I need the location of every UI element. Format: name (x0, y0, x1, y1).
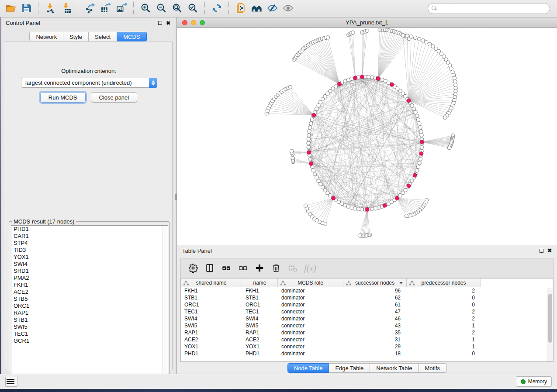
leaf-node[interactable] (431, 45, 435, 48)
zoom-in-button[interactable] (138, 2, 153, 16)
ring-node[interactable] (356, 207, 360, 211)
column-header-predecessor-nodes[interactable]: predecessor nodes (407, 279, 481, 287)
ring-node[interactable] (415, 168, 419, 172)
table-row[interactable]: YOX1YOX1connector291 (181, 343, 553, 350)
ring-node[interactable] (346, 78, 350, 82)
mcds-node[interactable] (395, 196, 399, 200)
export-table-button[interactable] (98, 2, 114, 16)
ring-node[interactable] (415, 114, 419, 118)
ring-node[interactable] (412, 107, 415, 110)
ring-node[interactable] (307, 138, 310, 141)
tab-mcds[interactable]: MCDS (117, 32, 146, 41)
ring-node[interactable] (307, 145, 310, 149)
toggle-columns-button[interactable] (203, 261, 217, 275)
column-header-MCDS-role[interactable]: MCDS role (278, 279, 343, 287)
ring-node[interactable] (308, 126, 312, 129)
table-row[interactable]: SWI5SWI5connector431 (181, 322, 553, 329)
export-network-button[interactable] (82, 2, 98, 16)
leaf-node[interactable] (365, 29, 369, 33)
criterion-dropdown[interactable]: largest connected component (undirected) (21, 78, 157, 88)
task-history-button[interactable] (5, 377, 17, 387)
ring-node[interactable] (370, 76, 374, 79)
tab-motifs[interactable]: Motifs (419, 363, 446, 373)
mcds-list-item[interactable]: SWI5 (11, 323, 168, 330)
select-all-checks-button[interactable] (219, 261, 233, 275)
leaf-node[interactable] (291, 156, 294, 160)
mcds-node[interactable] (390, 83, 394, 86)
table-vertical-scrollbar[interactable] (547, 288, 553, 362)
table-row[interactable]: STB1STB1dominator620 (181, 294, 553, 301)
ring-node[interactable] (350, 77, 353, 80)
mcds-result-list[interactable]: PHD1CAR1STP4TID3YOX1SWI4SRD1PMA2FKH1ACE2… (11, 225, 168, 382)
close-panel-button[interactable]: Close panel (91, 92, 138, 103)
save-session-button[interactable] (18, 2, 34, 16)
close-panel-icon[interactable]: ✖ (166, 21, 170, 26)
table-row[interactable]: FKH1FKH1dominator962 (181, 287, 553, 294)
mcds-list-item[interactable]: SWI4 (11, 261, 168, 268)
tab-network[interactable]: Network (29, 32, 63, 41)
leaf-node[interactable] (417, 37, 421, 41)
ring-node[interactable] (419, 126, 422, 129)
ring-node[interactable] (367, 75, 370, 79)
ring-node[interactable] (315, 107, 318, 110)
mcds-list-item[interactable]: TEC1 (11, 330, 168, 337)
divider-grip[interactable] (175, 194, 176, 200)
zoom-out-button[interactable] (153, 2, 169, 16)
minimize-window-traffic-light[interactable] (191, 20, 196, 25)
column-header-successor-nodes[interactable]: successor nodes (343, 279, 407, 287)
leaf-node[interactable] (413, 36, 417, 39)
column-header-shared-name[interactable]: shared name (181, 279, 242, 287)
show-details-eye-button[interactable] (280, 2, 296, 16)
search-box[interactable] (428, 3, 550, 14)
ring-node[interactable] (319, 182, 322, 186)
network-graph[interactable] (177, 28, 557, 244)
table-row[interactable]: RAP1RAP1dominator352 (181, 329, 553, 336)
mcds-list-item[interactable]: PHD1 (11, 226, 168, 233)
ring-node[interactable] (310, 118, 314, 121)
mcds-node[interactable] (413, 173, 417, 177)
ring-node[interactable] (317, 104, 320, 107)
leaf-node[interactable] (453, 76, 456, 80)
column-header-name[interactable]: name (242, 279, 278, 287)
mcds-node[interactable] (407, 184, 411, 188)
dropdown-stepper-icon[interactable] (149, 78, 157, 88)
mcds-node[interactable] (420, 140, 424, 144)
mcds-node[interactable] (376, 76, 380, 80)
leaf-node[interactable] (428, 42, 432, 46)
ring-node[interactable] (419, 157, 422, 161)
ring-node[interactable] (350, 206, 353, 209)
close-window-traffic-light[interactable] (182, 20, 187, 25)
refresh-layout-button[interactable] (209, 2, 225, 16)
ring-node[interactable] (414, 110, 417, 114)
table-row[interactable]: SWI4SWI4dominator462 (181, 315, 553, 322)
ring-node[interactable] (311, 168, 315, 172)
mcds-node[interactable] (419, 151, 423, 155)
scrollbar-thumb[interactable] (548, 294, 552, 343)
leaf-node[interactable] (443, 116, 447, 119)
zoom-selected-button[interactable] (185, 2, 201, 16)
table-row[interactable]: ACE2ACE2connector311 (181, 336, 553, 343)
mcds-node[interactable] (383, 203, 387, 207)
leaf-node[interactable] (425, 41, 428, 44)
import-table-button[interactable] (58, 2, 74, 16)
mcds-node[interactable] (407, 99, 411, 103)
ring-node[interactable] (317, 179, 320, 182)
tab-edge-table[interactable]: Edge Table (329, 363, 370, 373)
ring-node[interactable] (308, 157, 312, 161)
ring-node[interactable] (420, 134, 423, 137)
search-input[interactable] (440, 6, 546, 12)
zoom-fit-button[interactable] (169, 2, 185, 16)
ring-node[interactable] (418, 122, 421, 125)
leaf-node[interactable] (405, 34, 409, 38)
float-table-panel-icon[interactable] (540, 249, 543, 253)
leaf-node[interactable] (326, 36, 329, 39)
mcds-node[interactable] (338, 82, 342, 86)
mcds-node[interactable] (365, 208, 369, 212)
mcds-node[interactable] (312, 113, 316, 117)
export-image-button[interactable] (114, 2, 129, 16)
mcds-list-item[interactable]: ACE2 (11, 289, 168, 296)
mcds-list-item[interactable]: PMA2 (11, 275, 168, 282)
leaf-node[interactable] (401, 34, 405, 37)
tab-select[interactable]: Select (89, 32, 117, 41)
tab-network-table[interactable]: Network Table (370, 363, 419, 373)
